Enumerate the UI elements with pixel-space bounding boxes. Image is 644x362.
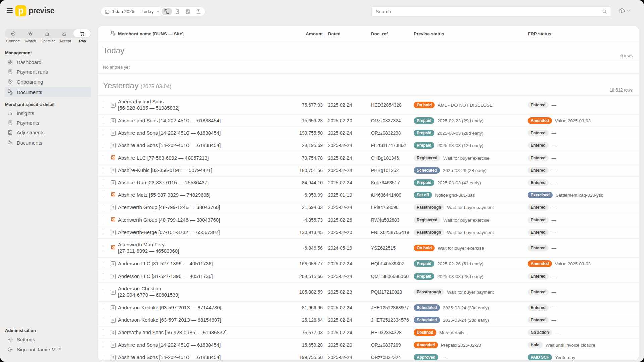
journey-label-optimise[interactable]: Optimise	[39, 39, 57, 43]
status-text: 2025-03-28 (28 early)	[443, 168, 487, 173]
row-checkbox[interactable]	[103, 329, 103, 336]
row-checkbox[interactable]	[103, 229, 103, 235]
table-row[interactable]: $Abshire and Sons [14-202-4510 — 6183845…	[98, 351, 639, 361]
invoice-icon: $	[111, 343, 116, 348]
sidebar-item-documents[interactable]: $ Documents	[5, 87, 91, 97]
row-checkbox[interactable]	[103, 130, 103, 136]
table-row[interactable]: $Abernathy and Sons [56-928-0185 — 51985…	[98, 326, 639, 339]
row-checkbox[interactable]	[103, 192, 103, 198]
table-row[interactable]: $Abshire and Sons [14-202-4510 — 6183845…	[98, 115, 639, 127]
row-checkbox[interactable]	[103, 204, 103, 210]
row-checkbox[interactable]	[103, 117, 103, 124]
row-checkbox[interactable]	[103, 245, 103, 251]
table-row[interactable]: $Abshire and Sons [14-202-4510 — 6183845…	[98, 139, 639, 152]
row-checkbox[interactable]	[103, 179, 103, 186]
row-checkbox[interactable]	[103, 167, 103, 173]
row-checkbox[interactable]	[103, 217, 103, 223]
journey-label-accept[interactable]: Accept	[57, 39, 74, 43]
row-checkbox[interactable]	[103, 354, 103, 360]
docref-cell: CHBg101346	[371, 155, 414, 161]
sidebar-item-settings[interactable]: Settings	[5, 335, 91, 344]
row-checkbox[interactable]	[103, 317, 103, 323]
journey-labels: Connect Match Optimise Accept Pay	[5, 39, 91, 43]
journey-step-optimise[interactable]	[39, 29, 56, 38]
row-checkbox[interactable]	[103, 304, 103, 311]
documents-exchange-icon: $	[111, 31, 116, 36]
sidebar-item-adjustments[interactable]: Adjustments	[5, 128, 91, 137]
merchant-name: Abshire LLC [77-583-6092 — 48057213]	[118, 155, 259, 161]
status-pill: Registered	[414, 217, 440, 223]
table-row[interactable]: $Anderson-Christian[22-004-6770 — 606015…	[98, 283, 639, 302]
previse-status-cell: On holdAML - DO NOT DISCLOSE	[414, 102, 528, 108]
sidebar-item-payment-runs[interactable]: Payment runs	[5, 67, 91, 77]
status-text: 2025-03-03 (42 early)	[437, 180, 481, 185]
status-text: 2025-02-26 (51d early)	[437, 261, 483, 266]
amount-cell: 15,659.28	[259, 342, 323, 348]
sidebar-item-onboarding[interactable]: Onboarding	[5, 77, 91, 87]
journey-label-pay[interactable]: Pay	[74, 39, 91, 43]
docref-cell: ORzz0837289	[371, 342, 414, 348]
venn-circles-icon	[28, 31, 33, 36]
table-row[interactable]: $Abernathy and Sons[56-928-0185 — 519858…	[98, 96, 639, 115]
sidebar-item-sign-out[interactable]: Sign out Jamie M-P	[5, 345, 91, 354]
documents-exchange-icon: $	[164, 9, 170, 14]
journey-step-pay[interactable]	[73, 29, 91, 37]
table-row[interactable]: $Anderson LLC [31-527-1396 — 40511736]20…	[98, 270, 639, 283]
filter-adjustments-button[interactable]	[182, 8, 193, 15]
status-text: Wait for buyer exercise	[438, 246, 484, 251]
table-row[interactable]: $Altenwerth-Berge [07-101-3732 — 6556738…	[98, 226, 639, 239]
column-header-docref: Doc. ref	[371, 31, 414, 36]
journey-label-match[interactable]: Match	[22, 39, 40, 43]
table-row[interactable]: $Abshire and Sons [14-202-4510 — 6183845…	[98, 127, 639, 139]
table-row[interactable]: $Altenwerth Group [48-799-1246 — 3804376…	[98, 201, 639, 214]
filter-payment-runs-button[interactable]	[193, 8, 203, 15]
merchant-name: Anderson-Kerluke [63-597-2013 — 87144730…	[118, 305, 259, 311]
sidebar-item-documents-merchant[interactable]: $ Documents	[5, 138, 91, 148]
table-row[interactable]: $Abshire and Sons [14-202-4510 — 6183845…	[98, 339, 639, 351]
hamburger-menu-icon[interactable]	[7, 8, 13, 13]
invoice-icon: $	[111, 318, 116, 323]
table-row[interactable]: Abshire Metz [55-087-3829 — 74029606]-6,…	[98, 189, 639, 201]
row-checkbox[interactable]	[103, 155, 103, 161]
table-row[interactable]: $Anderson LLC [31-527-1396 — 40511736]16…	[98, 258, 639, 270]
invoice-icon: $	[111, 330, 116, 335]
table-row[interactable]: $Abshire-Kuhic [83-356-0198 — 50794421]1…	[98, 164, 639, 177]
row-checkbox[interactable]	[103, 273, 103, 279]
search-input[interactable]	[372, 9, 602, 14]
journey-step-connect[interactable]	[5, 29, 22, 38]
table-row[interactable]: $Abshire-Rau [23-837-0115 — 15586437]84,…	[98, 177, 639, 189]
sidebar-item-payments[interactable]: Payments	[5, 118, 91, 128]
journey-step-accept[interactable]	[56, 29, 73, 38]
table-row[interactable]: $Anderson-Kerluke [63-597-2013 — 8815489…	[98, 314, 639, 326]
table-row[interactable]: Abshire LLC [77-583-6092 — 48057213]-70,…	[98, 152, 639, 164]
row-checkbox[interactable]	[103, 260, 103, 267]
amount-cell: 25,128.64	[259, 317, 323, 323]
status-text: —	[552, 205, 556, 210]
export-download-button[interactable]	[618, 7, 630, 14]
amount-cell: -6,846.56	[259, 245, 323, 251]
journey-label-connect[interactable]: Connect	[5, 39, 22, 43]
row-checkbox[interactable]	[103, 342, 103, 348]
calendar-icon	[105, 9, 110, 14]
filter-all-documents-button[interactable]: $	[162, 8, 172, 15]
row-checkbox[interactable]	[103, 102, 103, 108]
date-range-selector[interactable]: 1 Jan 2025 — Today	[101, 7, 164, 16]
search-icon[interactable]	[602, 9, 607, 14]
table-row[interactable]: Altenwerth Man Fery[27-311-8392 — 465809…	[98, 239, 639, 258]
status-pill: Entered	[528, 245, 549, 251]
sidebar-item-insights[interactable]: Insights	[5, 108, 91, 118]
docref-cell: ORzz0832298	[371, 130, 414, 136]
documents-table: $ Merchant name [DUNS — Site] Amount Dat…	[97, 26, 639, 361]
table-row[interactable]: Altenwerth Group [48-799-1246 — 38043760…	[98, 214, 639, 226]
journey-step-match[interactable]	[22, 29, 39, 38]
row-checkbox[interactable]	[103, 289, 103, 295]
previse-status-cell: Prepaid2025-03-03 (28d early)	[414, 130, 528, 136]
status-text: 2025-03-24 (28d early)	[443, 305, 489, 310]
status-text: —	[552, 318, 556, 323]
merchant-name: Altenwerth Group [48-799-1246 — 38043760…	[118, 204, 259, 211]
status-text: Value 2025-03-03	[555, 261, 591, 266]
filter-invoices-button[interactable]: $	[172, 8, 182, 15]
table-row[interactable]: $Anderson-Kerluke [63-597-2013 — 8714473…	[98, 302, 639, 314]
sidebar-item-dashboard[interactable]: Dashboard	[5, 57, 91, 67]
row-checkbox[interactable]	[103, 142, 103, 148]
